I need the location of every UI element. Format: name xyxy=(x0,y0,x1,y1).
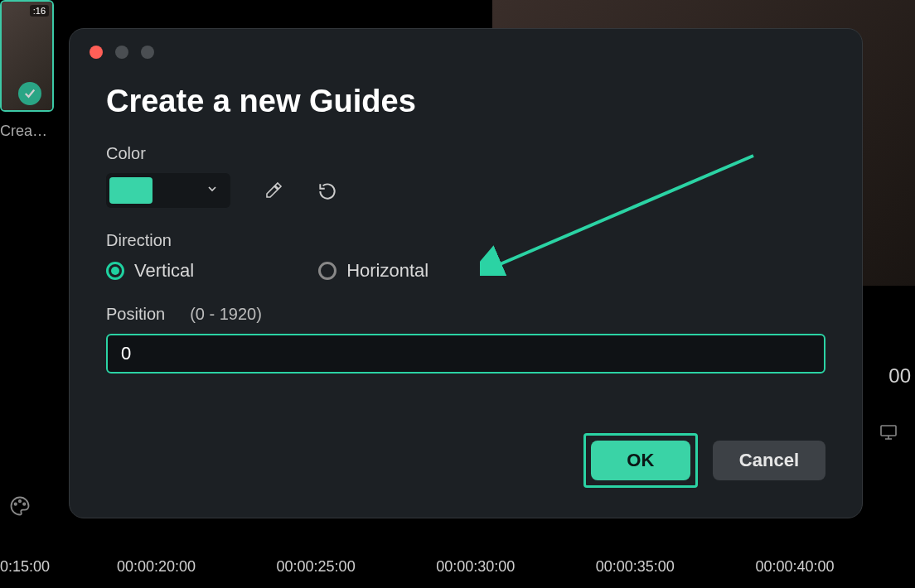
media-thumbnail[interactable]: :16 xyxy=(0,0,54,112)
timeline-mark: 00:00:20:00 xyxy=(117,558,277,576)
ok-highlight-box: OK xyxy=(583,433,698,488)
chevron-down-icon xyxy=(206,182,219,199)
timeline-mark: 00:00:35:00 xyxy=(596,558,756,576)
position-input[interactable] xyxy=(106,334,825,374)
color-swatch xyxy=(109,177,152,204)
radio-label: Vertical xyxy=(134,260,194,282)
check-icon xyxy=(18,82,41,105)
dialog-title: Create a new Guides xyxy=(106,84,825,119)
radio-indicator xyxy=(318,262,336,280)
direction-vertical-radio[interactable]: Vertical xyxy=(106,260,194,282)
minimize-window-button[interactable] xyxy=(115,46,128,59)
svg-point-1 xyxy=(19,500,21,502)
timeline-mark: 00:00:25:00 xyxy=(277,558,437,576)
color-picker[interactable] xyxy=(106,173,230,208)
radio-indicator xyxy=(106,262,124,280)
reset-icon[interactable] xyxy=(317,181,336,200)
color-label: Color xyxy=(106,144,825,163)
direction-label: Direction xyxy=(106,231,825,250)
position-label: Position xyxy=(106,305,165,324)
ok-button[interactable]: OK xyxy=(591,441,690,480)
cancel-button[interactable]: Cancel xyxy=(713,441,825,480)
svg-point-0 xyxy=(15,504,17,505)
timeline-mark: 00:00:40:00 xyxy=(755,558,915,576)
timeline-ruler[interactable]: 0:15:00 00:00:20:00 00:00:25:00 00:00:30… xyxy=(0,547,915,588)
radio-label: Horizontal xyxy=(346,260,428,282)
svg-point-2 xyxy=(23,504,25,505)
annotation-arrow xyxy=(480,152,762,276)
timeline-mark: 0:15:00 xyxy=(0,558,117,576)
create-guides-dialog: Create a new Guides Color Direction Vert… xyxy=(69,28,863,518)
timeline-mark: 00:00:30:00 xyxy=(436,558,596,576)
zoom-window-button[interactable] xyxy=(141,46,154,59)
direction-horizontal-radio[interactable]: Horizontal xyxy=(318,260,428,282)
monitor-icon[interactable] xyxy=(879,422,898,442)
thumbnail-label: Crea… xyxy=(0,123,47,140)
window-controls xyxy=(90,46,825,59)
eyedropper-icon[interactable] xyxy=(264,181,283,200)
close-window-button[interactable] xyxy=(90,46,103,59)
palette-icon[interactable] xyxy=(8,494,31,518)
thumbnail-duration: :16 xyxy=(30,5,49,17)
position-range: (0 - 1920) xyxy=(190,305,262,324)
svg-rect-3 xyxy=(881,426,896,436)
preview-timestamp: 00 xyxy=(888,364,911,388)
